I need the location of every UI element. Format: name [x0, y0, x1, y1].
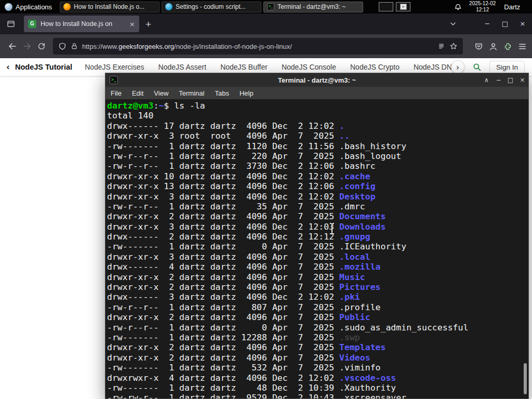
- menu-terminal[interactable]: Terminal: [174, 89, 209, 97]
- taskbar-button-codium[interactable]: Settings - codium script...: [162, 2, 261, 12]
- tab-title: How to Install Node.js on: [41, 20, 125, 28]
- browser-tab[interactable]: G How to Install Node.js on ×: [24, 16, 139, 32]
- applications-label: Applications: [16, 3, 52, 11]
- extension-icon[interactable]: [503, 42, 512, 51]
- menu-hamburger-icon[interactable]: [518, 42, 527, 51]
- terminal-line: -rw------- 1 dartz dartz 0 Apr 7 2025 .I…: [107, 242, 528, 251]
- forward-button[interactable]: [20, 42, 34, 51]
- menu-tabs[interactable]: Tabs: [209, 89, 234, 97]
- tab-close-icon[interactable]: ×: [129, 21, 135, 28]
- url-path: /node-js/installation-of-node-js-on-linu…: [174, 43, 292, 50]
- terminal-line: drwxr-xr-x 2 dartz dartz 4096 Apr 7 2025…: [107, 211, 528, 221]
- new-tab-button[interactable]: +: [145, 19, 151, 29]
- terminal-line: drwxr-xr-x 3 root root 4096 Apr 7 2025 .…: [107, 131, 528, 141]
- nav-scroll-left-icon[interactable]: ‹: [6, 62, 10, 72]
- url-bar[interactable]: https://www.geeksforgeeks.org/node-js/in…: [53, 38, 463, 55]
- nav-link[interactable]: NodeJS Assert: [158, 63, 207, 71]
- menu-edit[interactable]: Edit: [127, 89, 149, 97]
- list-all-tabs-button[interactable]: [449, 20, 457, 28]
- firefox-toolbar: https://www.geeksforgeeks.org/node-js/in…: [0, 34, 532, 58]
- terminal-line: drwxr-xr-x 3 dartz dartz 4096 Dec 2 12:0…: [107, 222, 528, 232]
- reload-button[interactable]: [34, 42, 49, 50]
- terminal-window: >_ Terminal - dartz@vm3: ~ ∧ − □ × File …: [105, 73, 529, 399]
- nav-link[interactable]: NodeJS Crypto: [350, 63, 400, 71]
- terminal-line: -rw-r--r-- 1 dartz dartz 0 Apr 7 2025 .s…: [107, 323, 528, 332]
- close-icon[interactable]: ×: [516, 17, 529, 31]
- back-icon: [8, 42, 17, 51]
- terminal-line: -rw-r--r-- 1 dartz dartz 35 Apr 7 2025 .…: [107, 202, 528, 211]
- workspace-1[interactable]: [379, 2, 393, 11]
- lock-icon[interactable]: [71, 43, 78, 50]
- maximize-icon[interactable]: □: [504, 73, 516, 87]
- url-prefix: https://www.: [82, 43, 118, 50]
- nav-link[interactable]: NodeJS Exercises: [85, 63, 144, 71]
- gfg-favicon: G: [28, 20, 36, 28]
- terminal-line: drwxr-xr-x 3 dartz dartz 4096 Dec 2 12:0…: [107, 192, 528, 202]
- reader-view-icon[interactable]: [437, 43, 445, 50]
- terminal-window-controls: ∧ − □ ×: [481, 73, 528, 87]
- site-nav-right: › Sign In: [469, 60, 525, 74]
- firefox-icon: [63, 3, 71, 10]
- nav-link[interactable]: NodeJS Console: [282, 63, 336, 71]
- terminal-title-bar[interactable]: >_ Terminal - dartz@vm3: ~ ∧ − □ ×: [105, 73, 528, 87]
- terminal-line: drwxr-xr-x 10 dartz dartz 4096 Dec 2 12:…: [107, 171, 528, 181]
- firefox-view-button[interactable]: [6, 19, 16, 29]
- url-text: https://www.geeksforgeeks.org/node-js/in…: [82, 43, 433, 50]
- nav-link[interactable]: NodeJS Buffer: [220, 63, 268, 71]
- close-icon[interactable]: ×: [516, 73, 528, 87]
- terminal-icon: >_: [267, 3, 274, 10]
- applications-menu[interactable]: Applications: [0, 0, 57, 14]
- notification-bell-button[interactable]: [454, 3, 462, 11]
- terminal-window-title: Terminal - dartz@vm3: ~: [105, 76, 528, 84]
- firefox-view-icon: [6, 19, 16, 29]
- terminal-line: -rw-r--r-- 1 dartz dartz 220 Apr 7 2025 …: [107, 151, 528, 161]
- site-nav-title[interactable]: NodeJS Tutorial: [15, 63, 72, 71]
- nav-link[interactable]: NodeJS DNS: [414, 63, 457, 71]
- taskbar-button-firefox[interactable]: How to Install Node.js o...: [60, 2, 159, 12]
- url-domain: geeksforgeeks.org: [118, 43, 174, 50]
- shade-icon[interactable]: ∧: [481, 73, 493, 87]
- menu-view[interactable]: View: [149, 89, 174, 97]
- menu-file[interactable]: File: [105, 89, 127, 97]
- site-nav-links: NodeJS Exercises NodeJS Assert NodeJS Bu…: [85, 63, 466, 71]
- clock-date: 2025-12-02: [469, 1, 496, 7]
- terminal-line: dartz@vm3:~$ ls -la: [107, 101, 528, 111]
- terminal-line: drwx------ 3 dartz dartz 4096 Dec 2 12:0…: [107, 292, 528, 302]
- terminal-line: -rw------- 1 dartz dartz 12288 Apr 7 202…: [107, 332, 528, 342]
- clock[interactable]: 2025-12-02 12:12: [469, 1, 496, 13]
- menu-help[interactable]: Help: [234, 89, 259, 97]
- terminal-line: -rw------- 1 dartz dartz 532 Apr 7 2025 …: [107, 363, 528, 373]
- account-icon[interactable]: [489, 42, 498, 51]
- reload-icon: [37, 42, 46, 50]
- workspace-pager: >: [379, 2, 410, 11]
- taskbar-button-label: Terminal - dartz@vm3: ~: [277, 3, 360, 10]
- terminal-scrollbar-thumb[interactable]: [524, 363, 527, 394]
- chevron-down-icon: [449, 20, 457, 28]
- desktop: Applications How to Install Node.js o...…: [0, 0, 532, 399]
- terminal-screen[interactable]: dartz@vm3:~$ ls -latotal 140drwx------ 1…: [105, 99, 528, 398]
- back-button[interactable]: [5, 42, 20, 51]
- user-name: Dartz: [504, 3, 522, 11]
- terminal-line: total 140: [107, 111, 528, 121]
- minimize-icon[interactable]: −: [493, 73, 504, 87]
- minimize-icon[interactable]: −: [481, 17, 494, 31]
- sign-in-button[interactable]: Sign In: [489, 61, 525, 74]
- shield-icon[interactable]: [58, 42, 66, 50]
- bookmark-star-icon[interactable]: [449, 42, 458, 50]
- taskbar-button-label: Settings - codium script...: [176, 3, 258, 10]
- clock-time: 12:12: [469, 7, 496, 13]
- terminal-line: -rw-r--r-- 1 dartz dartz 807 Apr 7 2025 …: [107, 302, 528, 312]
- terminal-line: drwxr-xr-x 2 dartz dartz 4096 Apr 7 2025…: [107, 282, 528, 292]
- search-icon[interactable]: [472, 62, 482, 72]
- terminal-line: drwxr-xr-x 2 dartz dartz 4096 Apr 7 2025…: [107, 342, 528, 352]
- taskbar-button-terminal[interactable]: >_ Terminal - dartz@vm3: ~: [263, 2, 363, 12]
- maximize-icon[interactable]: □: [499, 17, 511, 31]
- bell-icon: [454, 3, 462, 11]
- nav-scroll-right-button[interactable]: ›: [451, 60, 464, 74]
- toolbar-right-icons: [474, 42, 527, 51]
- codium-icon: [165, 3, 172, 10]
- workspace-2[interactable]: >: [396, 2, 410, 11]
- firefox-tab-bar: G How to Install Node.js on × + − □ ×: [0, 14, 532, 34]
- pocket-icon[interactable]: [474, 42, 483, 51]
- taskbar-button-label: How to Install Node.js o...: [74, 3, 156, 10]
